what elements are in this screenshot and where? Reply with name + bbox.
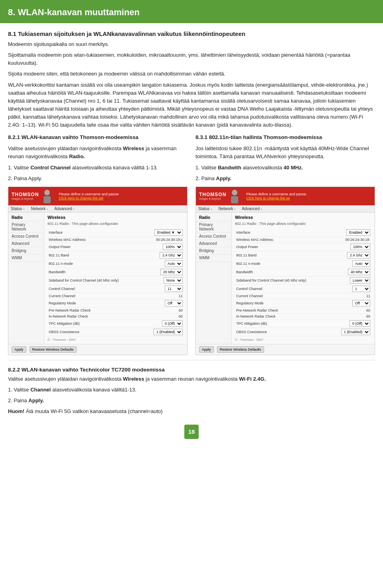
table-row: In-Network Radar Check60 xyxy=(235,313,371,319)
ss-main-subtitle-right: 802.11 Radio : This page allows configur… xyxy=(235,221,371,227)
ss-sidebar-primary-right[interactable]: Primary Network xyxy=(196,221,231,233)
table-row: OBSS Coexistence1 (Enabled) xyxy=(235,328,371,336)
ss-sidebar-access-left[interactable]: Access Control xyxy=(8,233,44,240)
section-831-title: 8.3.1 802.11n-tilan hallinta Thomson-mod… xyxy=(195,134,375,141)
table-row: Output Power100% xyxy=(47,242,184,251)
ss-main-left: Wireless 802.11 Radio : This page allows… xyxy=(44,213,187,344)
table-row: Sideband for Control Channel (40 Mhz onl… xyxy=(47,276,184,284)
apply-button-left[interactable]: Apply xyxy=(12,346,26,353)
ss-main-title-left: Wireless xyxy=(47,215,184,220)
intro-p4: WLAN-verkkokorttisi kantaman sisällä voi… xyxy=(8,81,375,129)
ss-sidebar-radio-left[interactable]: Radio xyxy=(8,214,44,221)
logo-brand-right: THOMSON xyxy=(199,192,226,197)
svg-point-2 xyxy=(232,190,237,195)
table-row: 802.11 n-modeAuto xyxy=(235,259,371,268)
ss-main-title-right: Wireless xyxy=(235,215,371,220)
table-row: TPC Mitigation (db)0 (Off) xyxy=(47,319,184,328)
page-content: 8.1 Tukiaseman sijoituksen ja WLANkanava… xyxy=(0,30,383,450)
ss-sidebar-bridging-right[interactable]: Bridging xyxy=(196,247,231,254)
ss-table-left: InterfaceEnabled ▼ Wireless MAC Address:… xyxy=(47,228,184,336)
ss-sidebar-radio-right[interactable]: Radio xyxy=(196,214,231,221)
ss-footer-right: Apply Restore Wireless Defaults xyxy=(196,344,375,355)
ss-sidebar-access-right[interactable]: Access Control xyxy=(196,233,231,240)
table-row: Sideband for Control Channel (40 Mhz onl… xyxy=(235,276,371,284)
table-row: In-Network Radar Check60 xyxy=(47,313,184,319)
section-821-step2: 2. Paina Apply. xyxy=(8,175,188,183)
table-row: 802.11 n-modeAuto xyxy=(47,259,184,268)
ss-sidebar-primary-left[interactable]: Primary Network xyxy=(8,221,44,233)
ss-nav-status-right[interactable]: Status - xyxy=(198,207,212,211)
ss-nav-advanced-right[interactable]: Advanced - xyxy=(242,207,262,211)
ss-sidebar-advanced-right[interactable]: Advanced xyxy=(196,240,231,247)
restore-defaults-button-left[interactable]: Restore Wireless Defaults xyxy=(30,346,77,353)
table-row: Control Channel:11 xyxy=(47,284,184,293)
section-822-intro: Valitse asetussivujen ylälaidan navigoin… xyxy=(8,375,375,383)
intro-p3: Sijoita modeemi siten, että tietokoneen … xyxy=(8,70,375,78)
table-row: 802.11 Band2.4 Ghz xyxy=(235,251,371,259)
section-831-step1: 1. Valitse Bandwith alasvetovalikosta 40… xyxy=(195,164,375,172)
apply-button-right[interactable]: Apply xyxy=(199,346,214,353)
page-number: 18 xyxy=(184,425,199,439)
ss-main-right: Wireless 802.11 Radio : This page allows… xyxy=(232,213,375,344)
section-822: 8.2.2 WLAN-kanavan vaihto Technicolor TC… xyxy=(8,367,375,416)
logo-tagline-left: images & beyond xyxy=(12,197,33,200)
ss-nav-network-right[interactable]: Network - xyxy=(218,207,235,211)
ss-copyright-left: © - Thomson - 2007 xyxy=(47,338,184,342)
section-821-title: 8.2.1 WLAN-kanavan vaihto Thomson-modeem… xyxy=(8,134,188,141)
table-row: Bandwidth40 Mhz xyxy=(235,268,371,276)
ss-nav-status-left[interactable]: Status - xyxy=(11,207,24,211)
col-left: 8.2.1 WLAN-kanavan vaihto Thomson-modeem… xyxy=(8,134,188,355)
table-row: TPC Mitigation (db)0 (Off) xyxy=(235,319,371,328)
intro-p1: Modeemin sijoituspaikalla on suuri merki… xyxy=(8,40,375,48)
ss-table-right: InterfaceEnabled Wireless MAC Address:00… xyxy=(235,228,371,336)
svg-rect-1 xyxy=(43,196,51,203)
table-row: InterfaceEnabled ▼ xyxy=(47,228,184,237)
ss-sidebar-left: Radio Primary Network Access Control Adv… xyxy=(8,213,44,344)
page-title: 8. WLAN-kanavan muuttaminen xyxy=(8,7,375,18)
table-row: Pre-Network Radar Check60 xyxy=(235,307,371,313)
section-822-title: 8.2.2 WLAN-kanavan vaihto Technicolor TC… xyxy=(8,367,375,373)
person-avatar-left xyxy=(41,189,53,203)
page-number-row: 18 xyxy=(8,418,375,442)
restore-defaults-button-right[interactable]: Restore Wireless Defaults xyxy=(217,346,264,353)
ss-nav-right: Status - Network - Advanced - xyxy=(196,205,375,213)
logo-brand-left: THOMSON xyxy=(12,192,39,197)
section-821-intro: Valitse asetussivujen ylälaidan navigoin… xyxy=(8,145,188,161)
section-822-step2: 2. Paina Apply. xyxy=(8,397,375,405)
ss-main-subtitle-left: 802.11 Radio : This page allows configur… xyxy=(47,221,184,227)
ss-header-right: THOMSON images & beyond Please define a … xyxy=(196,187,375,205)
ss-nav-network-left[interactable]: Network - xyxy=(31,207,48,211)
section-822-huom: Huom! Älä muuta Wi-Fi 5G valikon kanavaa… xyxy=(8,407,375,415)
screenshot-right: THOMSON images & beyond Please define a … xyxy=(195,187,375,355)
table-row: 802.11 Band2.4 Ghz xyxy=(47,251,184,259)
two-column-section: 8.2.1 WLAN-kanavan vaihto Thomson-modeem… xyxy=(8,134,375,355)
ss-sidebar-wmm-right[interactable]: WMM xyxy=(196,254,231,262)
table-row: Current Channel:11 xyxy=(47,293,184,299)
section-81-title: 8.1 Tukiaseman sijoituksen ja WLANkanava… xyxy=(8,30,375,37)
svg-rect-3 xyxy=(231,196,238,203)
table-row: InterfaceEnabled xyxy=(235,228,371,237)
ss-body-right: Radio Primary Network Access Control Adv… xyxy=(196,213,375,344)
table-row: Pre-Network Radar Check60 xyxy=(47,307,184,313)
col-right: 8.3.1 802.11n-tilan hallinta Thomson-mod… xyxy=(195,134,375,355)
thomson-logo-left: THOMSON images & beyond xyxy=(12,189,39,203)
thomson-logo-right: THOMSON images & beyond xyxy=(199,189,226,203)
ss-sidebar-advanced-left[interactable]: Advanced xyxy=(8,240,44,247)
svg-point-0 xyxy=(44,190,50,195)
ss-alert-right: Please define a username and passw Click… xyxy=(243,189,371,203)
table-row: Current Channel:11 xyxy=(235,293,371,299)
page-header: 8. WLAN-kanavan muuttaminen xyxy=(0,0,383,23)
ss-sidebar-bridging-left[interactable]: Bridging xyxy=(8,247,44,254)
table-row: Bandwidth20 Mhz xyxy=(47,268,184,276)
ss-nav-left: Status - Network - Advanced - xyxy=(8,205,187,213)
table-row: Wireless MAC Address:00:26:24:30:18:c xyxy=(47,236,184,242)
section-831-text: Jos laitteistosi tukee 802.11n -määritys… xyxy=(195,145,375,161)
ss-sidebar-wmm-left[interactable]: WMM xyxy=(8,254,44,262)
logo-tagline-right: images & beyond xyxy=(199,197,221,200)
ss-copyright-right: © - Thomson - 2007 xyxy=(235,338,371,342)
screenshot-left: THOMSON images & beyond Please define a … xyxy=(8,187,188,355)
table-row: Regulatory ModeOff xyxy=(235,299,371,307)
ss-footer-left: Apply Restore Wireless Defaults xyxy=(8,344,187,355)
table-row: Regulatory ModeOff xyxy=(47,299,184,307)
ss-nav-advanced-left[interactable]: Advanced - xyxy=(54,207,75,211)
